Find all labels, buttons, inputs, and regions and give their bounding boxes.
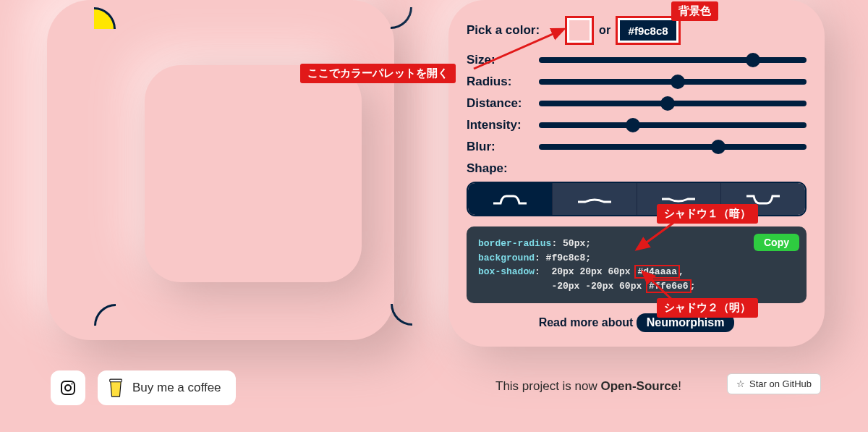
instagram-button[interactable] xyxy=(51,370,85,405)
or-label: or xyxy=(599,24,610,37)
buy-coffee-button[interactable]: Buy me a coffee xyxy=(98,370,236,405)
svg-point-1 xyxy=(65,385,71,391)
intensity-slider-row: Intensity: xyxy=(467,118,807,132)
blur-slider-row: Blur: xyxy=(467,140,807,154)
distance-slider[interactable] xyxy=(539,101,807,106)
radius-slider[interactable] xyxy=(539,79,807,85)
github-star-button[interactable]: ☆ Star on GitHub xyxy=(727,373,821,394)
blur-slider[interactable] xyxy=(539,144,807,150)
os-tail: ! xyxy=(678,379,681,393)
code-shadow-line2-prefix: -20px -20px 60px xyxy=(478,281,647,292)
coffee-label: Buy me a coffee xyxy=(132,381,221,395)
annotation-bg-color: 背景色 xyxy=(671,1,718,21)
css-code-block: Copyborder-radius: 50px; background: #f9… xyxy=(467,226,807,303)
annotation-open-palette: ここでカラーパレットを開く xyxy=(300,64,456,83)
shadow1-hex: #d4aaaa xyxy=(636,266,678,277)
size-slider[interactable] xyxy=(539,57,807,63)
size-slider-row: Size: xyxy=(467,53,807,67)
controls-panel: Pick a color: or Size: Radius: Distance:… xyxy=(448,0,825,347)
copy-button[interactable]: Copy xyxy=(754,234,799,251)
code-prop-shadow: box-shadow xyxy=(478,266,535,277)
shape-label: Shape: xyxy=(467,161,508,175)
light-source-br-icon[interactable] xyxy=(391,304,412,326)
code-prop-radius: border-radius xyxy=(478,238,551,249)
distance-thumb[interactable] xyxy=(660,96,675,111)
svg-rect-3 xyxy=(110,379,122,382)
size-label: Size: xyxy=(467,53,532,67)
blur-thumb[interactable] xyxy=(711,140,726,154)
shadow1-tail: , xyxy=(678,266,684,277)
shape-concave-icon xyxy=(576,192,613,206)
color-picker-row: Pick a color: or xyxy=(467,18,807,43)
blur-label: Blur: xyxy=(467,140,532,154)
color-hex-input[interactable] xyxy=(618,18,678,43)
shape-flat-button[interactable] xyxy=(468,183,553,215)
intensity-label: Intensity: xyxy=(467,118,532,132)
github-label: Star on GitHub xyxy=(749,378,812,389)
intensity-thumb[interactable] xyxy=(626,118,640,132)
open-source-text: This project is now Open-Source! xyxy=(495,379,681,394)
distance-slider-row: Distance: xyxy=(467,96,807,111)
size-thumb[interactable] xyxy=(746,53,760,67)
light-source-tr-icon[interactable] xyxy=(391,7,412,29)
star-icon: ☆ xyxy=(736,378,745,389)
annotation-shadow1: シャドウ１（暗） xyxy=(657,204,758,224)
shape-flat-icon xyxy=(492,192,528,206)
radius-slider-row: Radius: xyxy=(467,75,807,89)
code-shadow-prefix: : 20px 20px 60px xyxy=(535,266,636,277)
intensity-slider[interactable] xyxy=(539,122,807,128)
coffee-cup-icon xyxy=(108,378,124,398)
pick-color-label: Pick a color: xyxy=(467,23,540,38)
code-val-bg: : #f9c8c8; xyxy=(535,253,591,263)
neumorphic-preview xyxy=(145,65,362,282)
instagram-icon xyxy=(59,379,77,397)
code-prop-bg: background xyxy=(478,253,535,263)
color-swatch[interactable] xyxy=(567,18,592,43)
radius-thumb[interactable] xyxy=(671,75,685,89)
annotation-shadow2: シャドウ２（明） xyxy=(657,298,758,318)
shadow2-tail: ; xyxy=(690,281,696,292)
code-val-radius: : 50px; xyxy=(551,238,591,249)
svg-point-2 xyxy=(72,384,73,385)
os-bold: Open-Source xyxy=(601,379,678,393)
shadow2-hex: #ffe6e6 xyxy=(647,281,690,292)
radius-label: Radius: xyxy=(467,75,532,89)
read-more-prefix: Read more about xyxy=(539,316,637,329)
distance-label: Distance: xyxy=(467,96,532,111)
os-pre: This project is now xyxy=(495,379,601,393)
shape-concave-button[interactable] xyxy=(553,183,637,215)
svg-rect-0 xyxy=(61,381,75,394)
